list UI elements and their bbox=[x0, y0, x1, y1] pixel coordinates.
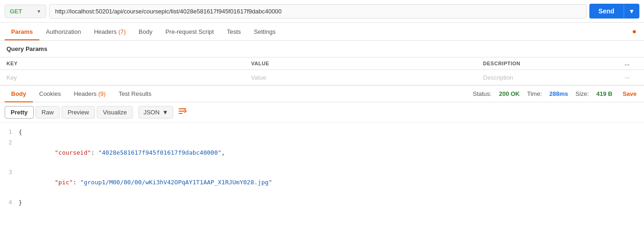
json-line-4: 4 } bbox=[0, 198, 644, 208]
send-arrow-button[interactable]: ▼ bbox=[624, 4, 639, 19]
params-table: KEY VALUE DESCRIPTION ... Key Value Desc… bbox=[0, 57, 644, 85]
method-label: GET bbox=[10, 8, 22, 15]
tab-authorization[interactable]: Authorization bbox=[39, 24, 88, 40]
status-value: 200 OK bbox=[499, 90, 520, 97]
tab-settings[interactable]: Settings bbox=[247, 24, 282, 40]
col-header-desc: DESCRIPTION bbox=[476, 57, 618, 70]
json-line-2: 2 "courseid": "4028e581617f945f01617f9da… bbox=[0, 138, 644, 168]
json-format-selector[interactable]: JSON ▼ bbox=[138, 106, 174, 119]
headers-badge: (7) bbox=[119, 28, 126, 35]
status-label: Status: bbox=[473, 90, 491, 97]
size-label: Size: bbox=[575, 90, 589, 97]
size-value: 419 B bbox=[596, 90, 613, 97]
send-button[interactable]: Send bbox=[589, 4, 624, 19]
tab-tests[interactable]: Tests bbox=[220, 24, 247, 40]
tab-response-headers[interactable]: Headers (9) bbox=[67, 86, 112, 102]
tab-params[interactable]: Params bbox=[5, 24, 39, 40]
tab-test-results[interactable]: Test Results bbox=[112, 86, 158, 102]
col-header-more: ... bbox=[618, 57, 644, 70]
method-selector[interactable]: GET ▼ bbox=[5, 5, 46, 18]
status-info: Status: 200 OK Time: 288ms Size: 419 B S… bbox=[473, 88, 639, 99]
url-input[interactable] bbox=[49, 4, 587, 19]
tab-overflow[interactable]: ● bbox=[629, 23, 639, 40]
tab-prerequest[interactable]: Pre-request Script bbox=[159, 24, 220, 40]
format-pretty-button[interactable]: Pretty bbox=[5, 106, 34, 119]
time-label: Time: bbox=[527, 90, 542, 97]
time-value: 288ms bbox=[550, 90, 568, 97]
send-chevron-icon: ▼ bbox=[629, 8, 635, 15]
tab-response-body[interactable]: Body bbox=[5, 86, 33, 102]
top-bar: GET ▼ Send ▼ bbox=[0, 0, 644, 23]
save-button[interactable]: Save bbox=[620, 88, 639, 99]
json-body: 1 { 2 "courseid": "4028e581617f945f01617… bbox=[0, 123, 644, 213]
format-raw-button[interactable]: Raw bbox=[36, 106, 60, 119]
response-tabs-row: Body Cookies Headers (9) Test Results St… bbox=[0, 85, 644, 102]
more-icon: ··· bbox=[625, 74, 630, 81]
desc-cell[interactable]: Description bbox=[476, 70, 618, 85]
tab-cookies[interactable]: Cookies bbox=[33, 86, 68, 102]
value-cell[interactable]: Value bbox=[245, 70, 477, 85]
send-button-group: Send ▼ bbox=[589, 4, 639, 19]
wrap-icon[interactable] bbox=[178, 107, 187, 118]
col-header-value: VALUE bbox=[245, 57, 477, 70]
table-row: Key Value Description ··· bbox=[0, 70, 644, 85]
format-preview-button[interactable]: Preview bbox=[62, 106, 95, 119]
format-visualize-button[interactable]: Visualize bbox=[97, 106, 133, 119]
key-cell[interactable]: Key bbox=[0, 70, 245, 85]
col-header-key: KEY bbox=[0, 57, 245, 70]
json-format-label: JSON bbox=[144, 109, 160, 116]
tab-body[interactable]: Body bbox=[132, 24, 159, 40]
tab-headers[interactable]: Headers (7) bbox=[88, 24, 132, 40]
json-line-1: 1 { bbox=[0, 127, 644, 138]
more-cell: ··· bbox=[618, 70, 644, 85]
method-chevron: ▼ bbox=[37, 9, 41, 14]
json-line-3: 3 "pic": "group1/M00/00/00/wKi3hV42OPqAY… bbox=[0, 168, 644, 197]
request-tabs-row: Params Authorization Headers (7) Body Pr… bbox=[0, 23, 644, 41]
query-params-title: Query Params bbox=[0, 41, 644, 57]
json-format-chevron: ▼ bbox=[163, 109, 169, 116]
response-headers-badge: (9) bbox=[98, 90, 106, 97]
format-bar: Pretty Raw Preview Visualize JSON ▼ bbox=[0, 102, 644, 123]
